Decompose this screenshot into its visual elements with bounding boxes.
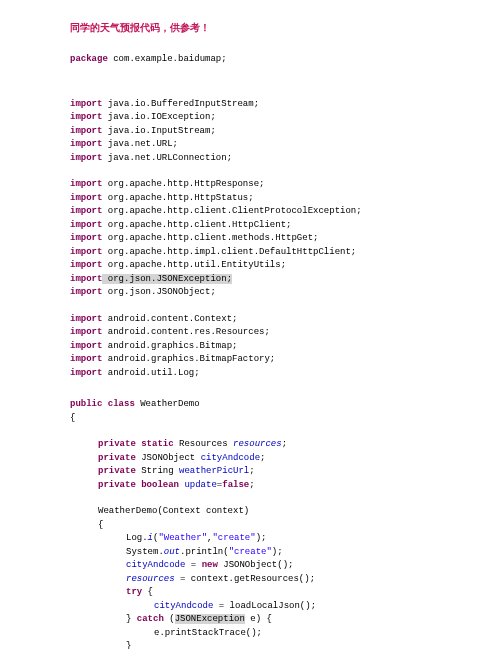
code-line: import android.graphics.Bitmap; — [70, 340, 452, 354]
code-line: import org.apache.http.HttpStatus; — [70, 192, 452, 206]
code-line: try { — [70, 586, 452, 600]
code-line: import java.io.IOException; — [70, 111, 452, 125]
code-line: private static Resources resources; — [70, 438, 452, 452]
code-line: Log.i("Weather","create"); — [70, 532, 452, 546]
code-line: import org.apache.http.util.EntityUtils; — [70, 259, 452, 273]
code-line: cityAndcode = loadLocalJson(); — [70, 600, 452, 614]
code-line: { — [70, 412, 452, 426]
code-line: import java.io.BufferedInputStream; — [70, 98, 452, 112]
code-line: resources = context.getResources(); — [70, 573, 452, 587]
code-line: import android.util.Log; — [70, 367, 452, 381]
code-line: import org.apache.http.client.ClientProt… — [70, 205, 452, 219]
code-line: import java.net.URLConnection; — [70, 152, 452, 166]
code-line: } catch (JSONException e) { — [70, 613, 452, 627]
code-line: import org.apache.http.impl.client.Defau… — [70, 246, 452, 260]
code-line: import android.content.res.Resources; — [70, 326, 452, 340]
code-line: import android.graphics.BitmapFactory; — [70, 353, 452, 367]
code-line: import java.net.URL; — [70, 138, 452, 152]
code-line: package com.example.baidumap; — [70, 53, 452, 67]
code-line: import org.apache.http.client.HttpClient… — [70, 219, 452, 233]
code-line: private boolean update=false; — [70, 479, 452, 493]
code-line: import android.content.Context; — [70, 313, 452, 327]
code-line: { — [70, 519, 452, 533]
code-line: import java.io.InputStream; — [70, 125, 452, 139]
code-line: private String weatherPicUrl; — [70, 465, 452, 479]
page-title: 同学的天气预报代码，供参考！ — [70, 20, 452, 35]
code-line: import org.json.JSONObject; — [70, 286, 452, 300]
code-line: e.printStackTrace(); — [70, 627, 452, 641]
code-line: import org.apache.http.client.methods.Ht… — [70, 232, 452, 246]
code-line: private JSONObject cityAndcode; — [70, 452, 452, 466]
code-line: import org.json.JSONException; — [70, 273, 452, 287]
code-line: System.out.println("create"); — [70, 546, 452, 560]
code-line: cityAndcode = new JSONObject(); — [70, 559, 452, 573]
code-line: public class WeatherDemo — [70, 398, 452, 412]
code-line: WeatherDemo(Context context) — [70, 505, 452, 519]
code-line: } — [70, 640, 452, 649]
code-line: import org.apache.http.HttpResponse; — [70, 178, 452, 192]
